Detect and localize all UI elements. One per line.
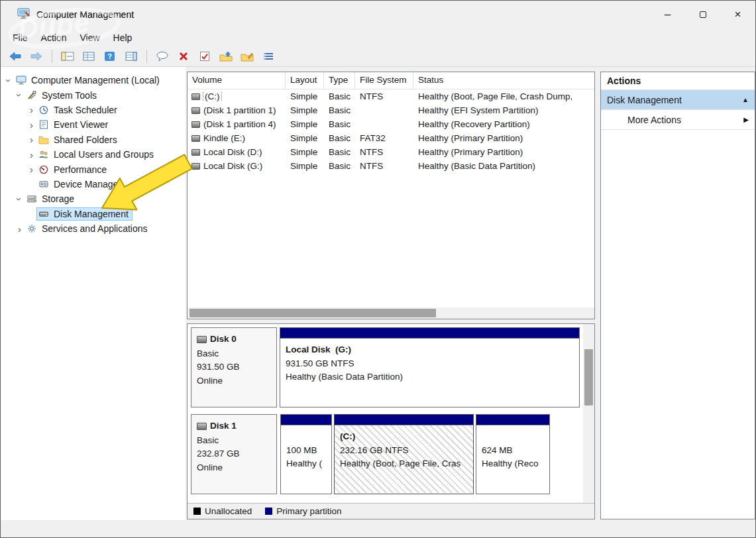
chevron-right-icon[interactable]: ›: [27, 134, 36, 144]
tree-item-system-tools[interactable]: › System Tools: [1, 87, 186, 102]
chevron-down-icon[interactable]: ›: [15, 194, 25, 204]
disk-state: Online: [197, 461, 271, 475]
expand-icon[interactable]: ▶: [743, 116, 749, 123]
open-folder-icon[interactable]: [218, 48, 234, 64]
volume-layout: Simple: [286, 161, 324, 171]
partition-status: Healthy (: [286, 457, 326, 471]
chevron-right-icon[interactable]: ›: [15, 224, 25, 234]
toolbar-separator: [52, 50, 52, 63]
show-action-pane-icon[interactable]: [123, 48, 139, 64]
disk-state: Online: [197, 374, 271, 388]
tree-item-local-users-groups[interactable]: › Local Users and Groups: [1, 147, 186, 162]
vertical-scrollbar-thumb[interactable]: [584, 349, 593, 405]
volume-layout: Simple: [286, 133, 324, 143]
details-view-icon[interactable]: [260, 48, 276, 64]
column-header-file-system[interactable]: File System: [355, 72, 413, 89]
chevron-right-icon[interactable]: ›: [27, 150, 36, 160]
delete-icon[interactable]: [176, 48, 191, 64]
check-list-icon[interactable]: [197, 48, 213, 64]
tree-item-event-viewer[interactable]: › Event Viewer: [1, 117, 186, 132]
close-button[interactable]: ×: [720, 1, 755, 28]
tree-item-label: Local Users and Groups: [52, 149, 155, 160]
tree-item-label: Services and Applications: [40, 223, 149, 234]
table-row[interactable]: Kindle (E:) Simple Basic FAT32 Healthy (…: [188, 131, 594, 145]
partition-disk1-recovery[interactable]: 624 MB Healthy (Reco: [476, 414, 550, 494]
maximize-button[interactable]: [685, 1, 720, 28]
menu-help[interactable]: Help: [107, 30, 139, 45]
horizontal-scrollbar-thumb[interactable]: [189, 309, 436, 317]
callout-icon[interactable]: [154, 48, 170, 64]
volume-status: Healthy (Primary Partition): [413, 133, 594, 143]
disk-graphical-panel: Disk 0 Basic 931.50 GB Online Local Disk…: [187, 323, 595, 519]
vertical-scrollbar[interactable]: [583, 324, 594, 503]
table-row[interactable]: (Disk 1 partition 1) Simple Basic Health…: [188, 103, 594, 117]
column-header-status[interactable]: Status: [413, 72, 594, 89]
primary-partition-swatch: [265, 508, 272, 515]
table-row[interactable]: (Disk 1 partition 4) Simple Basic Health…: [188, 117, 594, 131]
window-title: Computer Management: [36, 9, 134, 20]
actions-item-disk-management[interactable]: Disk Management ▲: [601, 90, 755, 110]
tree-item-task-scheduler[interactable]: › Task Scheduler: [1, 103, 186, 117]
folder-icon: [38, 134, 50, 144]
partition-color-bar: [476, 415, 549, 425]
tree-item-performance[interactable]: › Performance: [1, 162, 186, 176]
show-console-tree-icon[interactable]: [60, 48, 76, 64]
partition-disk1-efi[interactable]: 100 MB Healthy (: [280, 414, 332, 494]
tree-item-storage[interactable]: › Storage: [1, 191, 186, 206]
table-row[interactable]: (C:) Simple Basic NTFS Healthy (Boot, Pa…: [188, 89, 594, 103]
partition-disk1-c[interactable]: (C:) 232.16 GB NTFS Healthy (Boot, Page …: [334, 414, 474, 494]
volume-type: Basic: [324, 133, 355, 143]
tree-item-label: Event Viewer: [52, 119, 109, 130]
menu-bar: File Action View Help: [1, 28, 755, 46]
disk1-label-box[interactable]: Disk 1 Basic 232.87 GB Online: [191, 414, 277, 494]
partition-detail: 624 MB: [482, 444, 544, 458]
disk0-label-box[interactable]: Disk 0 Basic 931.50 GB Online: [191, 327, 277, 407]
console-tree: › Computer Management (Local) › System T…: [1, 67, 186, 520]
volume-layout: Simple: [286, 147, 324, 157]
chevron-right-icon[interactable]: ›: [27, 105, 36, 115]
collapse-icon[interactable]: ▲: [742, 96, 749, 103]
tree-item-computer-management[interactable]: › Computer Management (Local): [1, 73, 186, 87]
forward-icon[interactable]: [28, 48, 44, 64]
column-header-layout[interactable]: Layout: [286, 72, 324, 89]
tree-item-label: Task Scheduler: [52, 105, 119, 115]
tree-item-label: Storage: [40, 193, 76, 204]
tree-item-disk-management[interactable]: Disk Management: [1, 207, 186, 221]
tree-item-shared-folders[interactable]: › Shared Folders: [1, 133, 186, 147]
toolbar: ?: [1, 46, 755, 67]
tree-item-label: Performance: [52, 164, 108, 175]
disk-name: Disk 1: [210, 419, 237, 433]
partition-color-bar: [280, 328, 579, 339]
horizontal-scrollbar[interactable]: [188, 307, 594, 319]
chevron-right-icon[interactable]: ›: [27, 120, 36, 130]
chevron-down-icon[interactable]: ›: [15, 90, 25, 100]
tree-item-device-manager[interactable]: Device Manager: [1, 177, 186, 191]
chevron-down-icon[interactable]: ›: [4, 76, 14, 85]
edit-folder-icon[interactable]: [239, 48, 255, 64]
menu-action[interactable]: Action: [34, 30, 74, 45]
partition-status: Healthy (Basic Data Partition): [286, 370, 574, 384]
actions-item-label: Disk Management: [607, 95, 682, 105]
toolbar-separator: [146, 50, 147, 63]
volume-list-panel: Volume Layout Type File System Status (C…: [187, 72, 595, 319]
minimize-button[interactable]: –: [650, 1, 685, 28]
volume-list-header: Volume Layout Type File System Status: [188, 72, 594, 89]
column-header-volume[interactable]: Volume: [188, 72, 286, 89]
partition-disk0-g[interactable]: Local Disk (G:) 931.50 GB NTFS Healthy (…: [280, 327, 580, 407]
export-list-icon[interactable]: [81, 48, 97, 64]
table-row[interactable]: Local Disk (G:) Simple Basic NTFS Health…: [188, 159, 594, 173]
help-icon[interactable]: ?: [102, 48, 118, 64]
tree-item-label: Disk Management: [52, 209, 130, 219]
volume-fs: NTFS: [355, 161, 413, 171]
menu-view[interactable]: View: [73, 30, 106, 45]
tree-item-services-applications[interactable]: › Services and Applications: [1, 221, 186, 236]
chevron-right-icon[interactable]: ›: [27, 164, 36, 174]
partition-title: (C:): [340, 430, 468, 444]
disk-legend: Unallocated Primary partition: [188, 503, 594, 519]
volume-type: Basic: [324, 91, 355, 101]
table-row[interactable]: Local Disk (D:) Simple Basic NTFS Health…: [188, 145, 594, 159]
back-icon[interactable]: [7, 48, 23, 64]
column-header-type[interactable]: Type: [324, 72, 355, 89]
actions-item-more-actions[interactable]: More Actions ▶: [601, 110, 755, 130]
menu-file[interactable]: File: [6, 30, 34, 45]
